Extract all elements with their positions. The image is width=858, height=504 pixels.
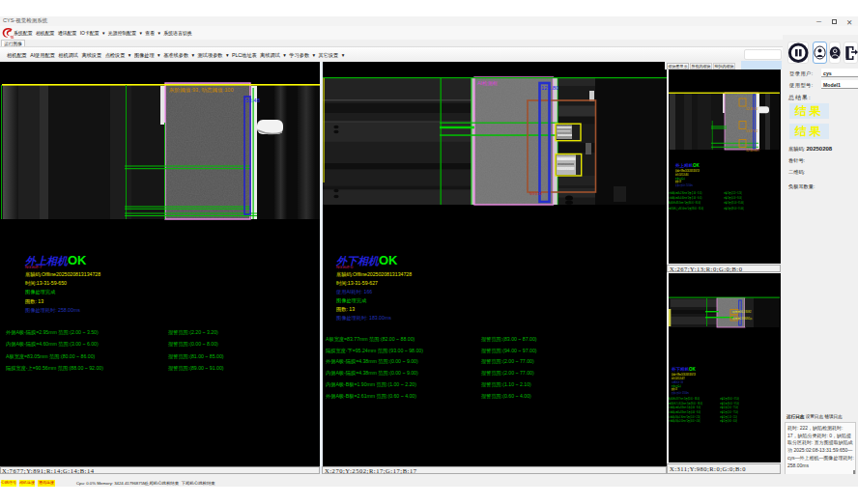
svg-text:帽宽度06.2 8092: 帽宽度06.2 8092 xyxy=(732,310,752,314)
svg-text:NG:0.18: NG:0.18 xyxy=(529,192,542,196)
svg-text:53.07:6.2: 53.07:6.2 xyxy=(746,129,758,133)
svg-text:52.40:84.7: 52.40:84.7 xyxy=(746,149,760,153)
svg-text:灰阶阈值:93, 动态阈值:100: 灰阶阈值:93, 动态阈值:100 xyxy=(169,87,234,94)
svg-text:帽宽度2.8 8092外: 帽宽度2.8 8092外 xyxy=(732,317,753,321)
svg-text:53.48: 53.48 xyxy=(245,98,261,103)
svg-text:AI检测框: AI检测框 xyxy=(477,80,499,87)
svg-text:123.80: 123.80 xyxy=(541,85,559,91)
